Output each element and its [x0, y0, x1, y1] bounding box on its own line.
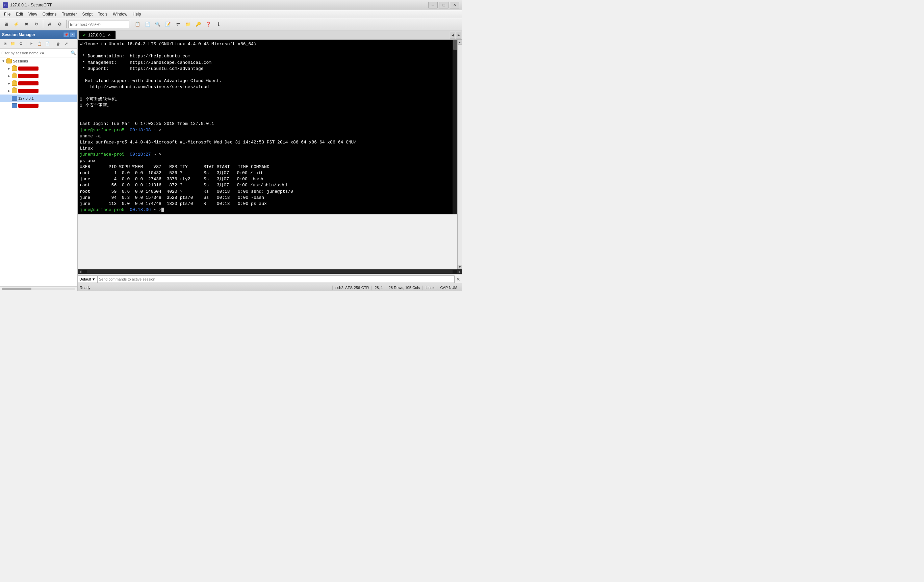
folder4-label [18, 89, 38, 93]
panel-close-btn[interactable]: ✕ [70, 32, 75, 37]
properties-btn[interactable]: ⚙ [17, 40, 25, 48]
tree-folder-4[interactable]: ▶ [0, 87, 78, 94]
tree-folder-2[interactable]: ▶ [0, 72, 78, 80]
tab-127[interactable]: ✔ 127.0.0.1 ✕ [78, 30, 116, 39]
session-selector-label: Default [79, 277, 91, 281]
terminal-scrollbar[interactable] [452, 40, 457, 214]
menu-item-help[interactable]: Help [130, 10, 144, 18]
filter-search-icon[interactable]: 🔍 [71, 50, 76, 55]
session-toolbar: 🖥 📁 ⚙ ✂ 📋 📄 🗑 ⤢ [0, 39, 78, 49]
tab-scroll-left[interactable]: ◀ [450, 32, 455, 38]
disconnect-btn[interactable]: ✖ [21, 20, 31, 29]
sftp-btn[interactable]: 📁 [183, 20, 193, 29]
title-bar: S 127.0.0.1 - SecureCRT ─ □ ✕ [0, 0, 462, 10]
term-line-cloud: Get cloud support with Ubuntu Advantage … [80, 78, 455, 84]
status-dimensions: 28 Rows, 105 Cols [386, 285, 422, 290]
center-pane: ✔ 127.0.0.1 ✕ ◀ ▶ Welcome to Ubuntu 16.0… [78, 30, 462, 291]
status-position: 28, 1 [371, 285, 385, 290]
find-btn[interactable]: 🔍 [153, 20, 162, 29]
minimize-button[interactable]: ─ [428, 2, 438, 8]
hscroll-left-arrow[interactable]: ◀ [78, 270, 82, 274]
term-ps-1: root 1 0.0 0.0 10432 536 ? Ss 3月07 0:00 … [80, 170, 455, 176]
tree-session-redacted[interactable] [0, 102, 78, 109]
copy-btn[interactable]: 📋 [36, 40, 43, 48]
terminal-hscroll[interactable]: ◀ ▶ [78, 269, 462, 274]
session-selector-arrow: ▼ [92, 277, 96, 281]
about-btn[interactable]: ℹ [214, 20, 223, 29]
app-icon: S [3, 2, 8, 8]
terminal-wrapper: Welcome to Ubuntu 16.04.3 LTS (GNU/Linux… [78, 40, 462, 269]
term-ps-4: root 59 0.6 0.0 140604 4020 ? Rs 00:18 0… [80, 189, 455, 195]
options-btn[interactable]: ⚙ [55, 20, 64, 29]
new-session-btn[interactable]: 🖥 [2, 20, 11, 29]
session127-icon [12, 96, 17, 101]
host-input[interactable] [68, 21, 129, 28]
cut-btn[interactable]: ✂ [28, 40, 35, 48]
toolbar: 🖥 ⚡ ✖ ↻ 🖨 ⚙ 📋 📄 🔍 📝 ⇄ 📁 🔑 ❓ ℹ [0, 18, 462, 30]
panel-pin-btn[interactable]: 📌 [63, 32, 69, 37]
menu-item-transfer[interactable]: Transfer [59, 10, 79, 18]
term-line-cloud-url: http://www.ubuntu.com/business/services/… [80, 84, 455, 90]
status-ssh-info: ssh2: AES-256-CTR [332, 285, 371, 290]
menu-item-script[interactable]: Script [79, 10, 95, 18]
new-session-btn[interactable]: 🖥 [1, 40, 8, 48]
folder2-label [18, 74, 38, 78]
term-prompt-2: june@surface-pro5 00:18:27 ~ > [80, 152, 455, 158]
close-button[interactable]: ✕ [450, 2, 459, 8]
scroll-down-arrow[interactable]: ▼ [458, 265, 462, 269]
tab-scroll-right[interactable]: ▶ [456, 32, 461, 38]
menu-item-tools[interactable]: Tools [95, 10, 110, 18]
root-chevron: ▼ [2, 59, 5, 63]
delete-btn[interactable]: 🗑 [54, 40, 62, 48]
tree-root-item[interactable]: ▼ Sessions [0, 58, 78, 65]
key-btn[interactable]: 🔑 [193, 20, 203, 29]
scroll-track [458, 45, 462, 265]
menu-item-edit[interactable]: Edit [13, 10, 26, 18]
copy-btn[interactable]: 📋 [133, 20, 142, 29]
menu-item-window[interactable]: Window [110, 10, 130, 18]
reconnect-btn[interactable]: ↻ [32, 20, 41, 29]
session-selector[interactable]: Default ▼ [78, 275, 97, 283]
filter-input[interactable] [2, 51, 69, 55]
paste-btn[interactable]: 📄 [143, 20, 152, 29]
menu-item-file[interactable]: File [2, 10, 13, 18]
hscroll-right-arrow[interactable]: ▶ [457, 270, 462, 274]
print-btn[interactable]: 🖨 [45, 20, 54, 29]
term-line-lastlogin: Last login: Tue Mar 6 17:03:25 2018 from… [80, 121, 455, 127]
term-line-linux: Linux [80, 145, 455, 152]
scrollbar-h-track [2, 288, 75, 290]
expand-btn[interactable]: ⤢ [63, 40, 70, 48]
log-btn[interactable]: 📝 [163, 20, 173, 29]
root-label: Sessions [13, 59, 28, 63]
command-close-btn[interactable]: ✕ [455, 275, 462, 283]
tab-check-icon: ✔ [83, 33, 86, 38]
tab-close-btn[interactable]: ✕ [107, 33, 111, 37]
folder1-label [18, 66, 38, 71]
connect-btn[interactable]: ⚡ [12, 20, 21, 29]
tree-session-127[interactable]: 127.0.0.1 [0, 94, 78, 102]
command-bar: Default ▼ ✕ [78, 274, 462, 284]
help-btn[interactable]: ❓ [204, 20, 213, 29]
terminal-scrollbar-thumb [453, 40, 457, 50]
session-scrollbar-h[interactable] [0, 286, 78, 291]
tab-scroll-btns: ◀ ▶ [450, 32, 461, 39]
tree-folder-3[interactable]: ▶ [0, 80, 78, 87]
session127-chevron [7, 96, 11, 100]
menu-item-options[interactable]: Options [40, 10, 59, 18]
tree-folder-1[interactable]: ▶ [0, 65, 78, 72]
session-tb-sep1 [26, 41, 26, 47]
transfer-btn[interactable]: ⇄ [173, 20, 183, 29]
paste-btn[interactable]: 📄 [44, 40, 51, 48]
status-caps: CAP NUM [437, 285, 460, 290]
session-panel-header: Session Manager 📌 ✕ [0, 30, 78, 39]
new-folder-btn[interactable]: 📁 [9, 40, 16, 48]
command-input[interactable] [97, 275, 455, 283]
menu-item-view[interactable]: View [26, 10, 40, 18]
maximize-button[interactable]: □ [439, 2, 449, 8]
folder3-chevron: ▶ [7, 81, 11, 86]
term-line-sec: 0 个安全更新。 [80, 102, 455, 109]
scroll-up-arrow[interactable]: ▲ [458, 40, 462, 45]
term-ps-3: root 56 0.0 0.0 121016 872 ? Ss 3月07 0:0… [80, 182, 455, 188]
session-tb-sep2 [53, 41, 53, 47]
terminal[interactable]: Welcome to Ubuntu 16.04.3 LTS (GNU/Linux… [78, 40, 457, 214]
